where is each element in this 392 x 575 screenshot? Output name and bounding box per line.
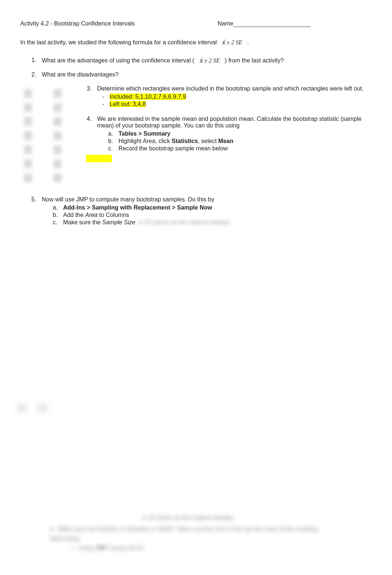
q3-leftout-val: 3,4,8 [133, 101, 146, 107]
q5-number: 5. [31, 196, 42, 227]
question-4: 4. We are interested in the sample mean … [87, 116, 374, 164]
q4-b-text: Highlight Area, click Statistics, select… [118, 138, 374, 144]
q5-c-t1: Make sure the [63, 219, 102, 225]
activity-title: Activity 4.2 - Bootstrap Confidence Inte… [20, 20, 135, 27]
q3-bullets: Included: 5,1,10,2,7,6,6,9,7,9 Left out:… [97, 93, 374, 108]
q3-included-label: Included: [110, 93, 135, 100]
q4-b: b. Highlight Area, click Statistics, sel… [108, 138, 374, 144]
intro-text-before: In the last activity, we studied the fol… [20, 39, 217, 45]
q1-text-after: ) from the last activity? [225, 57, 284, 64]
blurred-graphic-left [17, 404, 68, 412]
q4-a-text: Tables > Summary [118, 130, 374, 137]
q3-included-val: 5,1,10,2,7,6,6,9,7,9 [135, 93, 186, 100]
q1-formula: x́ ± 2 SE [199, 57, 220, 64]
q3-leftout: Left out: 3,4,8 [108, 101, 374, 108]
q4-text: We are interested in the sample mean and… [97, 116, 362, 129]
q4-sublist: a. Tables > Summary b. Highlight Area, c… [97, 130, 374, 152]
name-blank-line [233, 27, 311, 27]
q5-b: b. Add the Area to Columns [53, 212, 374, 218]
q3-text: Determine which rectangles were included… [97, 85, 364, 92]
q1-number: 1. [31, 57, 42, 64]
q3-body: Determine which rectangles were included… [97, 85, 374, 108]
q5-c-text: Make sure the Sample Size is 10 (same as… [63, 219, 374, 226]
q5-text: Now will use JMP to compute many bootstr… [42, 196, 214, 203]
q5-a: a. Add-Ins > Sampling with Replacement >… [53, 204, 374, 211]
intro-text-after: . [247, 39, 249, 45]
q5-c: c. Make sure the Sample Size is 10 (same… [53, 219, 374, 226]
question-2: 2. What are the disadvantages? [31, 71, 374, 78]
q5-body: Now will use JMP to compute many bootstr… [42, 196, 374, 227]
q3-number: 3. [87, 85, 97, 108]
q4-b-letter: b. [108, 138, 118, 144]
intro-paragraph: In the last activity, we studied the fol… [20, 39, 374, 46]
q4-answer-highlight [97, 153, 374, 164]
q4-a: a. Tables > Summary [108, 130, 374, 137]
q3-leftout-label: Left out: [110, 101, 133, 107]
question-1: 1. What are the advantages of using the … [31, 57, 374, 64]
q1-body: What are the advantages of using the con… [42, 57, 374, 64]
q4-b-t1: Highlight Area, click [118, 138, 172, 144]
q3-included: Included: 5,1,10,2,7,6,6,9,7,9 [108, 93, 374, 100]
q5-a-text: Add-Ins > Sampling with Replacement > Sa… [63, 204, 374, 211]
q5-b-t1: Add the [63, 212, 85, 218]
q4-c-text: Record the bootstrap sample mean below [118, 145, 374, 152]
q4-c: c. Record the bootstrap sample mean belo… [108, 145, 374, 152]
q5-b-italic: Area [85, 212, 98, 218]
q4-b-bold2: Mean [218, 138, 233, 144]
question-3: 3. Determine which rectangles were inclu… [87, 85, 374, 108]
q4-c-letter: c. [108, 145, 118, 152]
q5-c-blurred: is 10 (same as the original sample) [137, 219, 230, 225]
q2-number: 2. [31, 71, 42, 78]
q1-text-before: What are the advantages of using the con… [42, 57, 195, 64]
q3-q4-section: 3. Determine which rectangles were inclu… [20, 85, 374, 189]
q2-text: What are the disadvantages? [42, 71, 374, 78]
name-field: Name [217, 20, 311, 27]
q4-b-bold1: Statistics [172, 138, 198, 144]
document-header: Activity 4.2 - Bootstrap Confidence Inte… [20, 20, 374, 27]
q3-q4-column: 3. Determine which rectangles were inclu… [87, 85, 374, 189]
q5-c-letter: c. [53, 219, 63, 226]
q5-b-text: Add the Area to Columns [63, 212, 374, 218]
blurred-table-graphic [20, 85, 76, 189]
bottom-blurred-content: is 10 (same as the original sample) d. M… [50, 513, 326, 553]
name-label: Name [217, 20, 233, 27]
q5-b-letter: b. [53, 212, 63, 218]
q4-body: We are interested in the sample mean and… [97, 116, 374, 164]
q4-a-letter: a. [108, 130, 118, 137]
q5-a-letter: a. [53, 204, 63, 211]
intro-formula: x́ ± 2 SE [222, 39, 243, 45]
question-5: 5. Now will use JMP to compute many boot… [20, 196, 374, 227]
q5-sublist: a. Add-Ins > Sampling with Replacement >… [42, 204, 374, 226]
question-list: 1. What are the advantages of using the … [20, 57, 374, 78]
q4-b-t2: , select [198, 138, 218, 144]
q5-b-t2: to Columns [97, 212, 129, 218]
q5-c-italic: Sample Size [102, 219, 135, 225]
